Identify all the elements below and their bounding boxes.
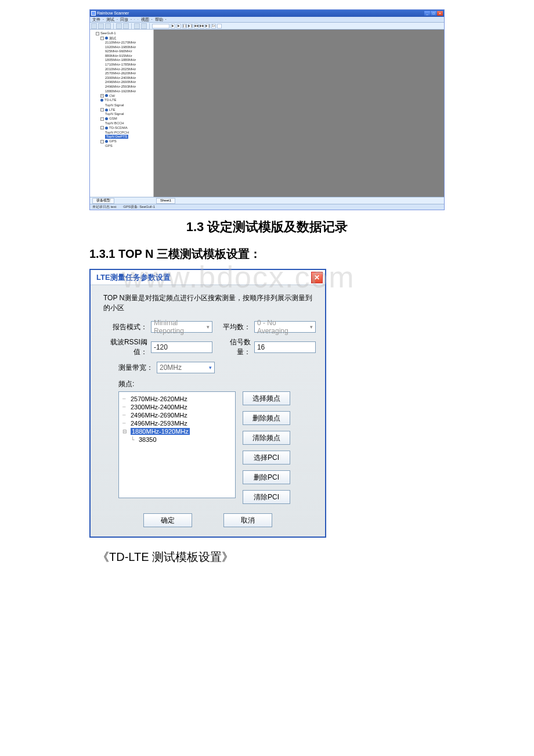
clear-freq-button[interactable]: 清除频点 bbox=[243, 431, 290, 445]
tree-item[interactable]: 2110MHz-2170MHz bbox=[105, 41, 136, 45]
toolbar-button[interactable] bbox=[105, 23, 111, 29]
dialog-description: TOP N测量是对指定频点进行小区搜索测量，按顺序排列展示测量到的小区 bbox=[103, 293, 316, 313]
tree-lte[interactable]: −LTE bbox=[100, 108, 116, 112]
status-log: 未记录日志 test bbox=[92, 205, 116, 209]
device-model-tab[interactable]: 设备模型 bbox=[92, 198, 114, 204]
tree-tdlte[interactable]: TD-LTE bbox=[100, 98, 117, 102]
tree-gsm[interactable]: −GSM bbox=[100, 117, 117, 121]
cancel-button[interactable]: 取消 bbox=[223, 513, 272, 527]
tree-item-selected[interactable]: TopN DwPTS bbox=[105, 135, 128, 139]
toolbar: ▶ ▶ ❙❙ ▶❙ ◀◀ ▶▶ ▶❙ 1x · bbox=[90, 23, 444, 30]
signal-count-input[interactable]: 16 bbox=[254, 341, 316, 353]
freq-item-selected[interactable]: 1880MHz-1920MHz bbox=[131, 428, 190, 435]
chevron-down-icon: ▾ bbox=[209, 365, 212, 370]
select-pci-button[interactable]: 选择PCI bbox=[243, 451, 290, 465]
toolbar-button[interactable] bbox=[91, 23, 97, 29]
tree-item[interactable]: 1920MHz-1980MHz bbox=[105, 45, 136, 49]
nav-button[interactable]: 1x bbox=[211, 24, 216, 28]
bandwidth-label: 测量带宽： bbox=[100, 363, 153, 373]
tree-item[interactable]: 2570MHz-2620MHz bbox=[105, 71, 136, 75]
nav-button[interactable]: ▶ bbox=[171, 24, 175, 28]
menu-view[interactable]: 视图 bbox=[141, 17, 149, 22]
freq-item[interactable]: 2570MHz-2620MHz bbox=[131, 395, 187, 402]
avg-count-combo[interactable]: 0 - No Averaging▾ bbox=[254, 321, 316, 333]
tree-item[interactable]: GPS bbox=[105, 144, 113, 148]
freq-label: 频点: bbox=[118, 379, 316, 389]
tree-rssi[interactable]: −测试 bbox=[100, 37, 116, 41]
tree-cw[interactable]: +CW bbox=[100, 94, 115, 98]
dialog-close-button[interactable]: ✕ bbox=[311, 272, 323, 283]
tree-item[interactable]: 2496MHz-2690MHz bbox=[105, 80, 136, 84]
menu-file[interactable]: 文件 bbox=[92, 17, 100, 22]
section-heading: 1.3 设定测试模版及数据记录 bbox=[0, 218, 534, 236]
tree-root[interactable]: −SeeGull-1 bbox=[96, 31, 116, 35]
freq-item[interactable]: 2496MHz-2690MHz bbox=[131, 412, 187, 419]
rssi-thresh-label: 载波RSSI阈值： bbox=[100, 337, 147, 357]
statusbar: 未记录日志 test GPS设备: SeeGull-1 bbox=[90, 204, 444, 210]
toolbar-button[interactable] bbox=[141, 23, 147, 29]
tree-gps[interactable]: −GPS bbox=[100, 139, 117, 143]
nav-button[interactable]: ▶❙ bbox=[188, 24, 193, 28]
maximize-button[interactable]: □ bbox=[431, 11, 436, 16]
menu-playback[interactable]: 回放 bbox=[120, 17, 128, 22]
bandwidth-combo[interactable]: 20MHz▾ bbox=[157, 362, 215, 373]
toolbar-button[interactable] bbox=[116, 23, 122, 29]
app-window: Rainbow Scanner _ □ × 文件· 测试· 回放· · · 视图… bbox=[89, 9, 445, 210]
nav-button[interactable]: ◀◀ bbox=[194, 24, 199, 28]
tree-item[interactable]: 1805MHz-1880MHz bbox=[105, 58, 136, 62]
tree-item[interactable]: 1710MHz-1785MHz bbox=[105, 63, 136, 67]
delete-pci-button[interactable]: 删除PCI bbox=[243, 470, 290, 484]
freq-item[interactable]: 2496MHz-2593MHz bbox=[131, 420, 187, 427]
signal-count-label: 信号数量： bbox=[222, 337, 251, 357]
figure-caption: 《TD-LTE 测试模板设置》 bbox=[98, 549, 534, 565]
tree-item[interactable]: 925MHz-960MHz bbox=[105, 49, 132, 53]
report-mode-combo[interactable]: Minimal Reporting▾ bbox=[151, 321, 212, 333]
status-gps: GPS设备: SeeGull-1 bbox=[123, 205, 155, 209]
close-button[interactable]: × bbox=[437, 11, 443, 16]
tree-item[interactable]: TopN Signal bbox=[105, 112, 124, 116]
tree-tdscdma[interactable]: −TD-SCDMA bbox=[100, 126, 128, 130]
rssi-thresh-input[interactable]: -120 bbox=[151, 341, 212, 353]
delete-freq-button[interactable]: 删除频点 bbox=[243, 411, 290, 425]
nav-button[interactable]: ▶▶ bbox=[200, 24, 204, 28]
toolbar-button[interactable] bbox=[134, 23, 140, 29]
avg-count-label: 平均数： bbox=[222, 322, 251, 332]
select-freq-button[interactable]: 选择频点 bbox=[243, 391, 290, 405]
report-mode-label: 报告模式： bbox=[100, 322, 147, 332]
nav-button[interactable]: ▶❙ bbox=[205, 24, 210, 28]
toolbar-separator bbox=[149, 23, 150, 29]
freq-item[interactable]: 2300MHz-2400MHz bbox=[131, 404, 187, 411]
menu-test[interactable]: 测试 bbox=[106, 17, 114, 22]
nav-button[interactable]: ▶ bbox=[176, 24, 181, 28]
nav-button[interactable]: · bbox=[217, 24, 222, 28]
lte-settings-dialog: LTE测量任务参数设置 ✕ TOP N测量是对指定频点进行小区搜索测量，按顺序排… bbox=[89, 269, 326, 538]
tree-item[interactable]: 2010MHz-2025MHz bbox=[105, 67, 136, 71]
tree-item[interactable]: 2496MHz-2593MHz bbox=[105, 85, 136, 89]
toolbar-button[interactable] bbox=[98, 23, 104, 29]
tree-item[interactable]: TopN Signal bbox=[105, 103, 124, 107]
titlebar: Rainbow Scanner _ □ × bbox=[90, 10, 444, 17]
toolbar-button[interactable] bbox=[123, 23, 129, 29]
sheet-tab[interactable]: Sheet1 bbox=[156, 198, 175, 204]
dialog-titlebar: LTE测量任务参数设置 ✕ bbox=[91, 270, 325, 285]
menubar: 文件· 测试· 回放· · · 视图· 帮助· bbox=[90, 17, 444, 23]
clear-pci-button[interactable]: 清除PCI bbox=[243, 490, 290, 504]
toolbar-combo[interactable] bbox=[152, 24, 169, 28]
tree-item[interactable]: TopN PCCPCH bbox=[105, 131, 129, 135]
tree-item[interactable]: TopN BCCH bbox=[105, 121, 124, 125]
chevron-down-icon: ▾ bbox=[207, 324, 210, 330]
freq-child[interactable]: 38350 bbox=[139, 436, 157, 443]
nav-button[interactable]: ❙❙ bbox=[182, 24, 187, 28]
subsection-heading: 1.3.1 TOP N 三模测试模板设置： bbox=[89, 246, 534, 262]
tree-item[interactable]: 880MHz-915MHz bbox=[105, 54, 132, 58]
menu-help[interactable]: 帮助 bbox=[155, 17, 163, 22]
minimize-button[interactable]: _ bbox=[424, 11, 430, 16]
window-controls: _ □ × bbox=[424, 11, 443, 16]
tree-item[interactable]: 2300MHz-2400MHz bbox=[105, 76, 136, 80]
ok-button[interactable]: 确定 bbox=[143, 513, 192, 527]
app-icon bbox=[91, 11, 96, 16]
left-panel-tabs: 设备模型 bbox=[90, 197, 154, 204]
tree-item[interactable]: 1880MHz-1920MHz bbox=[105, 89, 136, 93]
menu-disabled-2: · bbox=[138, 17, 139, 22]
freq-list[interactable]: ┄2570MHz-2620MHz ┄2300MHz-2400MHz ┄2496M… bbox=[118, 391, 236, 498]
